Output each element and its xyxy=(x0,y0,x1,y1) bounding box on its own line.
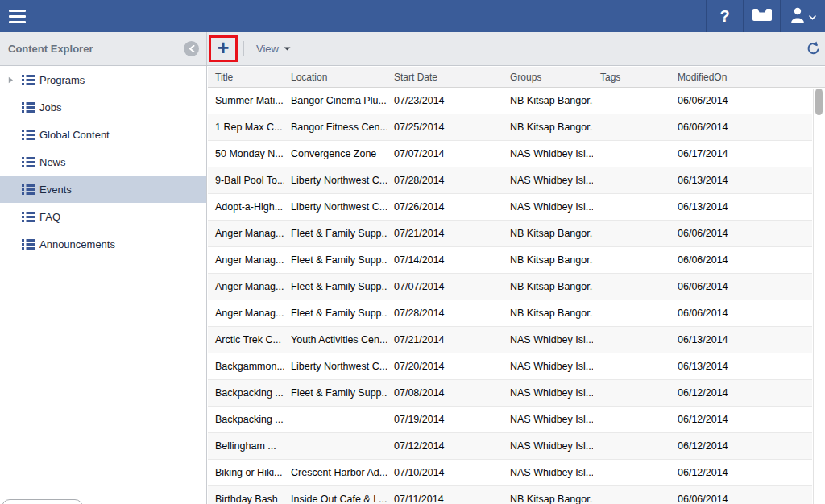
table-row[interactable]: Backpacking ...07/19/2014NAS Whidbey Isl… xyxy=(208,407,812,433)
list-icon xyxy=(22,75,35,85)
sidebar-item-label: Programs xyxy=(39,74,85,86)
table-row[interactable]: Adopt-a-High...Liberty Northwest C...07/… xyxy=(208,194,812,221)
content-explorer-sidebar: ProgramsJobsGlobal ContentNewsEventsFAQA… xyxy=(0,66,207,504)
sidebar-item-label: Global Content xyxy=(39,129,110,141)
table-row[interactable]: 50 Monday N...Convergence Zone07/07/2014… xyxy=(208,141,812,167)
cell-title: Backgammon... xyxy=(208,361,284,372)
cell-location: Crescent Harbor Ad... xyxy=(284,467,387,478)
add-button-highlight: + xyxy=(209,35,238,62)
cell-start-date: 07/14/2014 xyxy=(387,254,503,266)
cell-title: Bellingham ... xyxy=(208,440,284,452)
expand-arrow-icon[interactable] xyxy=(8,76,22,84)
table-row[interactable]: Backgammon...Liberty Northwest C...07/20… xyxy=(208,353,812,380)
cell-start-date: 07/08/2014 xyxy=(387,387,503,399)
scrollbar-thumb[interactable] xyxy=(815,89,823,115)
cell-modified-on: 06/13/2014 xyxy=(670,334,812,345)
caret-down-icon xyxy=(284,47,291,51)
help-button[interactable]: ? xyxy=(706,0,743,32)
sidebar-item-announcements[interactable]: Announcements xyxy=(0,230,206,258)
top-navbar: ? xyxy=(0,0,825,32)
add-content-button[interactable]: + xyxy=(211,38,235,60)
cell-start-date: 07/28/2014 xyxy=(387,308,503,319)
cell-modified-on: 06/12/2014 xyxy=(670,440,812,452)
column-header-location[interactable]: Location xyxy=(284,72,387,83)
table-row[interactable]: Birthday BashInside Out Cafe & L...07/11… xyxy=(208,486,812,504)
refresh-icon xyxy=(806,41,821,56)
view-dropdown-label: View xyxy=(256,43,279,55)
cell-modified-on: 06/06/2014 xyxy=(670,494,812,504)
bottom-left-partial-element xyxy=(2,499,83,504)
cell-groups: NAS Whidbey Isl... xyxy=(503,414,593,425)
inbox-icon xyxy=(752,8,773,25)
cell-groups: NAS Whidbey Isl... xyxy=(503,467,593,478)
table-row[interactable]: Anger Manag...Fleet & Family Supp...07/0… xyxy=(208,274,812,300)
sidebar-item-global-content[interactable]: Global Content xyxy=(0,121,206,148)
cell-groups: NAS Whidbey Isl... xyxy=(503,148,593,159)
cell-location: Liberty Northwest C... xyxy=(284,201,387,213)
cell-groups: NB Kitsap Bangor... xyxy=(503,308,593,319)
cell-title: Arctic Trek C... xyxy=(208,334,284,345)
inbox-button[interactable] xyxy=(743,0,780,32)
cell-modified-on: 06/12/2014 xyxy=(670,467,812,478)
view-dropdown[interactable]: View xyxy=(256,32,291,65)
cell-title: 50 Monday N... xyxy=(208,148,284,159)
table-row[interactable]: Backpacking ...Fleet & Family Supp...07/… xyxy=(208,380,812,407)
table-row[interactable]: Bellingham ...07/12/2014NAS Whidbey Isl.… xyxy=(208,433,812,460)
cell-title: Summer Mati... xyxy=(208,95,284,106)
sidebar-item-programs[interactable]: Programs xyxy=(0,66,206,93)
cell-groups: NB Kitsap Bangor... xyxy=(503,254,593,266)
cell-location: Fleet & Family Supp... xyxy=(284,281,387,292)
column-header-title[interactable]: Title xyxy=(208,72,284,83)
table-row[interactable]: 9-Ball Pool To...Liberty Northwest C...0… xyxy=(208,167,812,194)
cell-groups: NAS Whidbey Isl... xyxy=(503,334,593,345)
sidebar-title: Content Explorer xyxy=(8,43,93,55)
toolbar-divider xyxy=(243,41,244,56)
user-menu-button[interactable] xyxy=(780,0,825,32)
table-row[interactable]: Arctic Trek C...Youth Activities Cen...0… xyxy=(208,327,812,353)
sidebar-item-label: Announcements xyxy=(39,238,115,250)
cell-location: Fleet & Family Supp... xyxy=(284,387,387,399)
table-row[interactable]: Anger Manag...Fleet & Family Supp...07/2… xyxy=(208,300,812,327)
cell-modified-on: 06/12/2014 xyxy=(670,387,812,399)
cell-modified-on: 06/17/2014 xyxy=(670,148,812,159)
column-header-start-date[interactable]: Start Date xyxy=(387,72,503,83)
chevron-down-icon xyxy=(809,9,816,23)
column-header-tags[interactable]: Tags xyxy=(593,72,670,83)
cell-groups: NAS Whidbey Isl... xyxy=(503,387,593,399)
cell-start-date: 07/10/2014 xyxy=(387,467,503,478)
sidebar-items: ProgramsJobsGlobal ContentNewsEventsFAQA… xyxy=(0,66,206,258)
cell-title: Adopt-a-High... xyxy=(208,201,284,213)
cell-title: Anger Manag... xyxy=(208,228,284,239)
menu-hamburger-icon[interactable] xyxy=(9,10,26,23)
table-body: Summer Mati...Bangor Cinema Plu...07/23/… xyxy=(208,88,812,504)
sidebar-item-label: FAQ xyxy=(39,211,60,223)
list-icon xyxy=(22,102,35,113)
refresh-button[interactable] xyxy=(806,41,821,56)
cell-start-date: 07/07/2014 xyxy=(387,148,503,159)
sidebar-item-jobs[interactable]: Jobs xyxy=(0,93,206,121)
cell-groups: NAS Whidbey Isl... xyxy=(503,201,593,213)
vertical-scrollbar[interactable] xyxy=(813,89,824,504)
column-header-groups[interactable]: Groups xyxy=(503,72,593,83)
table-row[interactable]: Biking or Hiki...Crescent Harbor Ad...07… xyxy=(208,460,812,486)
cell-title: Biking or Hiki... xyxy=(208,467,284,478)
main-toolbar: + View xyxy=(208,32,825,65)
cell-title: Anger Manag... xyxy=(208,308,284,319)
table-row[interactable]: Summer Mati...Bangor Cinema Plu...07/23/… xyxy=(208,88,812,114)
sidebar-item-news[interactable]: News xyxy=(0,148,206,176)
collapse-panel-button[interactable] xyxy=(184,41,199,56)
table-row[interactable]: Anger Manag...Fleet & Family Supp...07/2… xyxy=(208,221,812,247)
cell-location: Liberty Northwest C... xyxy=(284,175,387,186)
table-row[interactable]: Anger Manag...Fleet & Family Supp...07/1… xyxy=(208,247,812,274)
sidebar-item-label: Events xyxy=(39,184,72,196)
cell-modified-on: 06/12/2014 xyxy=(670,414,812,425)
sidebar-item-events[interactable]: Events xyxy=(0,176,206,203)
cell-location: Fleet & Family Supp... xyxy=(284,308,387,319)
sidebar-item-faq[interactable]: FAQ xyxy=(0,203,206,230)
cell-start-date: 07/26/2014 xyxy=(387,201,503,213)
cell-groups: NAS Whidbey Isl... xyxy=(503,361,593,372)
table-row[interactable]: 1 Rep Max C...Bangor Fitness Cen...07/25… xyxy=(208,114,812,141)
cell-start-date: 07/19/2014 xyxy=(387,414,503,425)
column-header-modifiedon[interactable]: ModifiedOn xyxy=(670,72,825,83)
cell-location: Liberty Northwest C... xyxy=(284,361,387,372)
